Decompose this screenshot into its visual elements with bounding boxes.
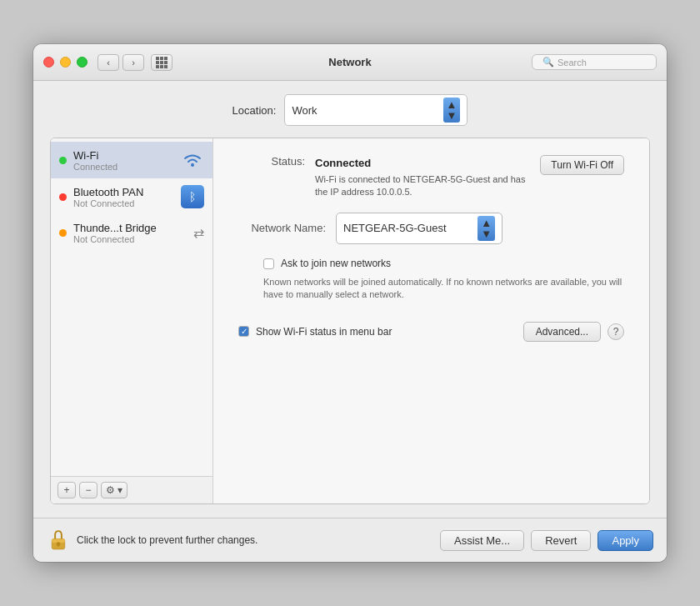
thunderbolt-item-status: Not Connected bbox=[73, 234, 187, 244]
status-connected-value: Connected bbox=[315, 157, 371, 169]
checkmark-icon: ✓ bbox=[241, 327, 248, 336]
search-bar[interactable]: 🔍 Search bbox=[532, 54, 657, 70]
svg-rect-4 bbox=[58, 544, 59, 547]
sidebar: Wi-Fi Connected bbox=[51, 138, 213, 503]
ask-join-description: Known networks will be joined automatica… bbox=[238, 276, 624, 302]
close-button[interactable] bbox=[43, 57, 54, 68]
forward-button[interactable]: › bbox=[122, 54, 144, 71]
thunderbolt-icon: ⇄ bbox=[193, 225, 204, 241]
bottom-bar: Click the lock to prevent further change… bbox=[33, 518, 667, 562]
status-label: Status: bbox=[238, 155, 305, 168]
chevron-down-icon: ▼ bbox=[447, 110, 458, 121]
remove-network-button[interactable]: − bbox=[79, 482, 98, 498]
main-area: Wi-Fi Connected bbox=[50, 138, 650, 504]
grid-view-button[interactable] bbox=[151, 54, 172, 71]
bottom-buttons: Assist Me... Revert Apply bbox=[440, 530, 653, 551]
location-label: Location: bbox=[232, 104, 277, 117]
sidebar-item-thunderbolt[interactable]: Thunde...t Bridge Not Connected ⇄ bbox=[51, 215, 212, 251]
search-placeholder: Search bbox=[558, 58, 587, 68]
grid-icon bbox=[156, 57, 168, 68]
add-network-button[interactable]: + bbox=[58, 482, 76, 498]
location-select[interactable]: Work ▲ ▼ bbox=[284, 94, 468, 126]
wifi-item-status: Connected bbox=[73, 162, 174, 172]
chevron-down-icon: ▼ bbox=[481, 228, 492, 239]
network-name-label: Network Name: bbox=[238, 222, 326, 234]
sidebar-item-bluetooth[interactable]: Bluetooth PAN Not Connected ᛒ bbox=[51, 178, 212, 215]
sidebar-list: Wi-Fi Connected bbox=[51, 138, 212, 476]
revert-button[interactable]: Revert bbox=[531, 530, 591, 551]
status-row: Status: Connected Wi-Fi is connected to … bbox=[238, 155, 624, 199]
wifi-status-dot bbox=[59, 157, 67, 164]
show-wifi-label: Show Wi-Fi status in menu bar bbox=[256, 326, 392, 338]
ask-join-row: Ask to join new networks bbox=[238, 258, 624, 269]
ask-join-checkbox[interactable] bbox=[263, 258, 274, 269]
show-wifi-checkbox[interactable]: ✓ bbox=[238, 326, 249, 337]
detail-footer: ✓ Show Wi-Fi status in menu bar Advanced… bbox=[238, 322, 624, 342]
lock-text: Click the lock to prevent further change… bbox=[77, 534, 258, 546]
nav-buttons: ‹ › bbox=[98, 54, 144, 71]
bluetooth-item-status: Not Connected bbox=[73, 198, 174, 208]
status-description: Wi-Fi is connected to NETGEAR-5G-Guest a… bbox=[315, 173, 530, 199]
sidebar-item-wifi[interactable]: Wi-Fi Connected bbox=[51, 142, 212, 178]
titlebar: ‹ › Network 🔍 Search bbox=[33, 44, 667, 81]
maximize-button[interactable] bbox=[77, 57, 88, 68]
wifi-icon bbox=[181, 148, 204, 172]
assist-me-button[interactable]: Assist Me... bbox=[440, 530, 524, 551]
network-select-arrow: ▲ ▼ bbox=[478, 216, 495, 241]
bluetooth-icon: ᛒ bbox=[181, 185, 204, 208]
ask-join-label: Ask to join new networks bbox=[281, 258, 391, 269]
lock-icon bbox=[47, 528, 70, 552]
show-wifi-row: ✓ Show Wi-Fi status in menu bar bbox=[238, 326, 392, 338]
location-bar: Location: Work ▲ ▼ bbox=[50, 94, 650, 126]
thunderbolt-item-name: Thunde...t Bridge bbox=[73, 222, 187, 234]
location-select-arrow: ▲ ▼ bbox=[443, 98, 461, 123]
thunderbolt-status-dot bbox=[59, 229, 67, 237]
advanced-button[interactable]: Advanced... bbox=[523, 322, 601, 342]
traffic-lights bbox=[43, 57, 88, 68]
bluetooth-status-dot bbox=[59, 193, 67, 201]
apply-button[interactable]: Apply bbox=[598, 530, 653, 551]
network-name-select[interactable]: NETGEAR-5G-Guest ▲ ▼ bbox=[336, 213, 502, 244]
status-info: Connected Wi-Fi is connected to NETGEAR-… bbox=[315, 155, 530, 199]
turn-wifi-off-button[interactable]: Turn Wi-Fi Off bbox=[540, 155, 624, 175]
search-icon: 🔍 bbox=[542, 57, 554, 68]
location-value: Work bbox=[292, 104, 317, 117]
wifi-item-name: Wi-Fi bbox=[73, 149, 174, 162]
sidebar-toolbar: + − ⚙ ▾ bbox=[51, 476, 212, 503]
minimize-button[interactable] bbox=[60, 57, 71, 68]
detail-panel: Status: Connected Wi-Fi is connected to … bbox=[213, 138, 649, 503]
network-name-value: NETGEAR-5G-Guest bbox=[343, 222, 447, 234]
network-window: ‹ › Network 🔍 Search Location: Work ▲ ▼ bbox=[33, 44, 667, 562]
window-title: Network bbox=[328, 56, 371, 68]
chevron-up-icon: ▲ bbox=[481, 218, 492, 228]
help-button[interactable]: ? bbox=[608, 323, 624, 340]
svg-point-0 bbox=[191, 163, 194, 167]
back-button[interactable]: ‹ bbox=[98, 54, 119, 71]
bluetooth-item-name: Bluetooth PAN bbox=[73, 186, 174, 198]
network-name-row: Network Name: NETGEAR-5G-Guest ▲ ▼ bbox=[238, 213, 624, 244]
content-area: Location: Work ▲ ▼ Wi-Fi bbox=[33, 81, 667, 518]
settings-button[interactable]: ⚙ ▾ bbox=[101, 482, 128, 498]
